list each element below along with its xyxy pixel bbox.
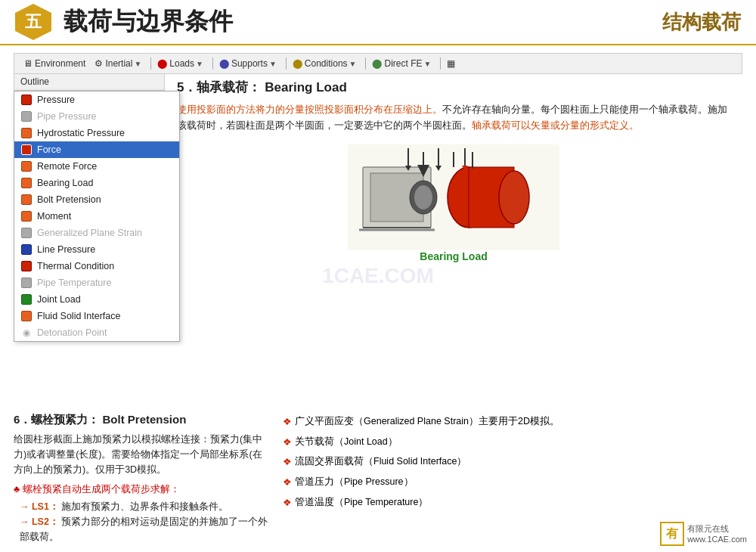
bullet-item-3: ❖ 流固交界面载荷（Fluid Solid Interface） xyxy=(283,453,742,472)
toolbar-directfe[interactable]: ⬤ Direct FE ▼ xyxy=(369,57,434,70)
bearing-load-svg xyxy=(348,144,559,250)
toolbar-supports[interactable]: ⬤ Supports ▼ xyxy=(216,57,280,70)
bolt-pretension-icon xyxy=(20,194,33,206)
supports-arrow: ▼ xyxy=(269,60,277,68)
menu-item-joint-load[interactable]: Joint Load xyxy=(14,291,179,308)
conditions-icon: ⬤ xyxy=(293,58,302,69)
bearing-load-label: Bearing Load xyxy=(420,250,487,262)
force-icon xyxy=(20,144,33,156)
toolbar-extra[interactable]: ▦ xyxy=(444,57,458,70)
section6-desc: 给圆柱形截面上施加预紧力以模拟螺栓连接：预紧力(集中力)或者调整量(长度)。需要… xyxy=(14,432,271,477)
env-icon: 🖥 xyxy=(23,58,33,69)
menu-item-detonation-point: ◉ Detonation Point xyxy=(14,324,179,341)
menu-item-pipe-pressure: Pipe Pressure xyxy=(14,108,179,125)
bullet-item-5: ❖ 管道温度（Pipe Temperature） xyxy=(283,494,742,513)
joint-load-icon xyxy=(20,293,33,305)
bottom-section: 6．螺栓预紧力： Bolt Pretension 给圆柱形截面上施加预紧力以模拟… xyxy=(14,413,742,544)
menu-item-pressure[interactable]: Pressure xyxy=(14,91,179,108)
thermal-condition-icon xyxy=(20,260,33,272)
section5-desc: 使用投影面的方法将力的分量按照投影面积分布在压缩边上。不允许存在轴向分量。每个圆… xyxy=(177,102,730,134)
extra-icon: ▦ xyxy=(447,58,455,69)
toolbar-environment[interactable]: 🖥 Environment xyxy=(20,57,88,70)
menu-item-fluid-solid[interactable]: Fluid Solid Interface xyxy=(14,308,179,324)
pipe-pressure-icon xyxy=(20,110,33,122)
main-content: 🖥 Environment ⚙ Inertial ▼ ⬤ Loads ▼ ⬤ S… xyxy=(0,45,756,552)
bullet-3-icon: ❖ xyxy=(283,453,292,472)
directfe-arrow: ▼ xyxy=(423,60,431,68)
menu-item-bolt-pretension[interactable]: Bolt Pretension xyxy=(14,191,179,208)
supports-icon: ⬤ xyxy=(219,58,229,69)
inertial-icon: ⚙ xyxy=(94,58,103,69)
menu-item-pipe-temperature: Pipe Temperature xyxy=(14,274,179,291)
page-header: 五 载荷与边界条件 结构载荷 xyxy=(0,0,756,45)
bullet-5-icon: ❖ xyxy=(283,494,292,513)
bearing-load-image: Bearing Load xyxy=(348,144,559,265)
toolbar-sep1 xyxy=(150,57,151,70)
outline-bar: Outline xyxy=(14,74,165,91)
generalized-plane-strain-icon xyxy=(20,227,33,239)
left-panel: Outline Pressure Pipe Pressure xyxy=(14,74,165,407)
logo-area: 有 有限元在线 www.1CAE.com xyxy=(660,522,747,546)
directfe-icon: ⬤ xyxy=(372,58,382,69)
toolbar-sep5 xyxy=(440,57,441,70)
page-title: 载荷与边界条件 xyxy=(64,5,662,39)
toolbar-sep3 xyxy=(286,57,287,70)
toolbar-loads[interactable]: ⬤ Loads ▼ xyxy=(154,57,206,70)
fluid-solid-icon xyxy=(20,310,33,322)
svg-point-7 xyxy=(499,171,529,224)
right-panel: 5．轴承载荷： Bearing Load 使用投影面的方法将力的分量按照投影面积… xyxy=(165,74,742,407)
content-row: Outline Pressure Pipe Pressure xyxy=(14,74,742,407)
bearing-load-icon xyxy=(20,177,33,189)
svg-point-4 xyxy=(414,185,432,209)
toolbar: 🖥 Environment ⚙ Inertial ▼ ⬤ Loads ▼ ⬤ S… xyxy=(14,53,742,74)
loads-dropdown: Pressure Pipe Pressure Hydrostatic Press… xyxy=(14,91,180,342)
line-pressure-icon xyxy=(20,243,33,256)
bullet-item-1: ❖ 广义平面应变（Generalized Plane Strain）主要用于2D… xyxy=(283,413,742,432)
toolbar-sep4 xyxy=(365,57,366,70)
remote-force-icon xyxy=(20,160,33,172)
bullet-item-4: ❖ 管道压力（Pipe Pressure） xyxy=(283,473,742,492)
bullet-4-icon: ❖ xyxy=(283,473,292,492)
pipe-temperature-icon xyxy=(20,277,33,289)
logo-icon: 有 xyxy=(660,522,684,546)
bullet-item-2: ❖ 关节载荷（Joint Load） xyxy=(283,433,742,452)
toolbar-conditions[interactable]: ⬤ Conditions ▼ xyxy=(290,57,360,70)
hydrostatic-icon xyxy=(20,127,33,139)
menu-item-generalized-plane-strain: Generalized Plane Strain xyxy=(14,225,179,241)
menu-item-thermal-condition[interactable]: Thermal Condition xyxy=(14,258,179,274)
section6-title: 6．螺栓预紧力： Bolt Pretension xyxy=(14,413,271,427)
toolbar-inertial[interactable]: ⚙ Inertial ▼ xyxy=(91,57,144,70)
menu-item-bearing-load[interactable]: Bearing Load xyxy=(14,175,179,191)
loads-arrow: ▼ xyxy=(196,60,203,68)
bolt-steps: ♣ 螺栓预紧自动生成两个载荷步求解： → LS1： 施加有预紧力、边界条件和接触… xyxy=(14,482,271,544)
detonation-point-icon: ◉ xyxy=(20,327,33,339)
section6-panel: 6．螺栓预紧力： Bolt Pretension 给圆柱形截面上施加预紧力以模拟… xyxy=(14,413,271,544)
pressure-icon xyxy=(20,94,33,106)
section-badge: 五 xyxy=(15,4,51,40)
menu-item-remote-force[interactable]: Remote Force xyxy=(14,158,179,175)
conditions-arrow: ▼ xyxy=(349,60,357,68)
menu-item-line-pressure[interactable]: Line Pressure xyxy=(14,241,179,258)
menu-item-force[interactable]: Force xyxy=(14,141,179,158)
moment-icon xyxy=(20,210,33,222)
bullet-2-icon: ❖ xyxy=(283,433,292,452)
toolbar-sep2 xyxy=(212,57,213,70)
menu-item-hydrostatic[interactable]: Hydrostatic Pressure xyxy=(14,125,179,141)
menu-item-moment[interactable]: Moment xyxy=(14,208,179,225)
section5-title: 5．轴承载荷： Bearing Load xyxy=(177,79,730,96)
inertial-arrow: ▼ xyxy=(134,60,141,68)
logo-text: 有限元在线 www.1CAE.com xyxy=(687,523,747,545)
page-subtitle: 结构载荷 xyxy=(662,9,741,36)
loads-icon: ⬤ xyxy=(157,58,167,69)
bullet-1-icon: ❖ xyxy=(283,413,292,432)
